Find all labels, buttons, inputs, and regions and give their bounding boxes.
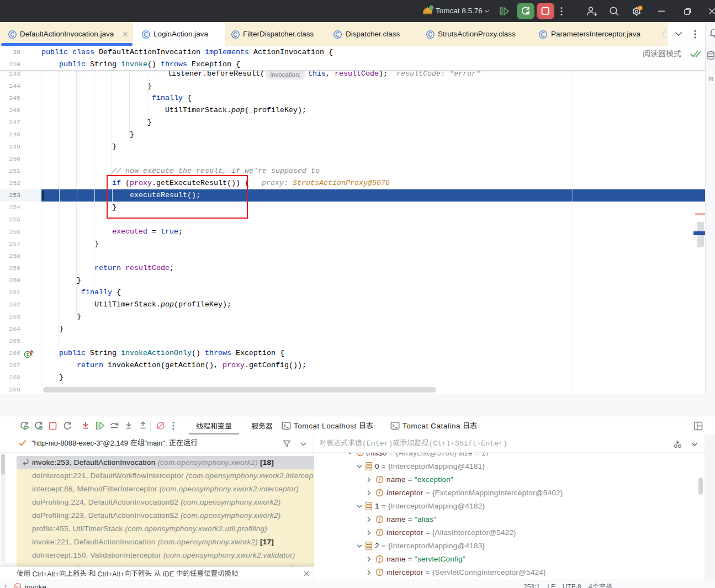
svg-text:f: f	[359, 453, 362, 455]
svg-text:f: f	[379, 569, 381, 575]
svg-text:f: f	[379, 516, 381, 522]
svg-text:f: f	[379, 556, 381, 562]
svg-text:f: f	[379, 490, 381, 496]
svg-text:f: f	[379, 529, 381, 536]
svg-text:m: m	[15, 584, 20, 588]
svg-text:f: f	[379, 476, 381, 483]
